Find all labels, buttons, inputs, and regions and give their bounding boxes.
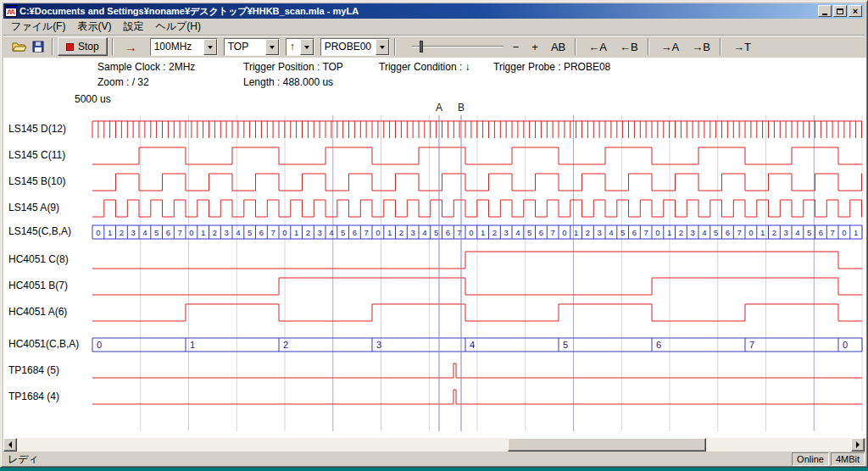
stop-button[interactable]: Stop bbox=[58, 37, 108, 56]
goto-a-right-button[interactable]: →A bbox=[656, 40, 685, 54]
zoom-slider[interactable] bbox=[410, 38, 505, 55]
save-button[interactable] bbox=[29, 38, 47, 55]
bus-value: 2 bbox=[772, 228, 776, 237]
open-file-button[interactable] bbox=[10, 38, 29, 55]
minimize-button[interactable] bbox=[818, 5, 832, 17]
zoom-in-button[interactable]: + bbox=[526, 40, 543, 54]
channel-label-ls145-b-10: LS145 B(10) bbox=[8, 175, 91, 187]
bus-value: 2 bbox=[399, 228, 403, 237]
info-sample-clock: Sample Clock : 2MHz bbox=[97, 61, 195, 73]
chevron-down-icon[interactable] bbox=[300, 39, 314, 55]
bus-value: 7 bbox=[364, 228, 368, 237]
menu-file[interactable]: ファイル(F) bbox=[5, 18, 71, 36]
bus-value: 1 bbox=[574, 228, 578, 237]
goto-trigger-button[interactable]: →T bbox=[728, 40, 756, 54]
bus-value: 0 bbox=[655, 228, 659, 237]
bus-value: 1 bbox=[190, 340, 195, 350]
zoom-out-button[interactable]: − bbox=[508, 40, 525, 54]
info-trigger-condition: Trigger Condition : ↓ bbox=[379, 61, 470, 73]
sample-clock-select[interactable]: 100MHz bbox=[150, 38, 218, 56]
info-trigger-probe: Trigger Probe : PROBE08 bbox=[493, 61, 610, 73]
bus-value: 6 bbox=[632, 228, 637, 237]
slider-thumb[interactable] bbox=[420, 41, 423, 53]
chevron-down-icon[interactable] bbox=[203, 39, 217, 55]
bus-value: 4 bbox=[142, 228, 147, 237]
bus-value: 0 bbox=[843, 340, 848, 350]
stop-label: Stop bbox=[78, 41, 99, 53]
stop-icon bbox=[66, 43, 74, 51]
horizontal-scrollbar[interactable] bbox=[3, 438, 865, 452]
bus-value: 7 bbox=[643, 228, 648, 237]
menu-view[interactable]: 表示(V) bbox=[71, 18, 117, 36]
bus-value: 4 bbox=[609, 228, 613, 237]
chevron-down-icon[interactable] bbox=[265, 39, 279, 55]
bus-value: 2 bbox=[213, 228, 217, 237]
goto-b-left-button[interactable]: ←B bbox=[615, 40, 643, 54]
info-trigger-position: Trigger Position : TOP bbox=[243, 61, 343, 73]
bus-value: 6 bbox=[259, 228, 264, 237]
bus-value: 3 bbox=[131, 228, 135, 237]
title-bar[interactable]: C:¥Documents and Settings¥noname¥デスクトップ¥… bbox=[3, 3, 865, 19]
bus-value: 6 bbox=[446, 228, 450, 237]
close-icon: × bbox=[853, 7, 858, 15]
info-zoom: Zoom : / 32 bbox=[97, 76, 149, 88]
scroll-track[interactable] bbox=[17, 438, 851, 452]
bus-value: 6 bbox=[726, 228, 730, 237]
channel-label-ls145-c-11: LS145 C(11) bbox=[8, 149, 91, 161]
bus-value: 5 bbox=[341, 228, 345, 237]
chevron-down-icon[interactable] bbox=[376, 39, 389, 55]
channel-label-tp1684-5: TP1684 (5) bbox=[8, 364, 91, 376]
cursor-label-a: A bbox=[436, 102, 442, 114]
goto-b-right-button[interactable]: →B bbox=[687, 40, 715, 54]
trigger-edge-select[interactable]: ↑ bbox=[286, 38, 314, 56]
bus-value: 0 bbox=[282, 228, 287, 237]
arrow-left-icon bbox=[5, 441, 12, 448]
bus-value: 1 bbox=[294, 228, 298, 237]
bus-value: 5 bbox=[434, 228, 438, 237]
maximize-button[interactable] bbox=[833, 5, 847, 17]
waveform-canvas[interactable]: 0123456701234567012345670123456701234567… bbox=[3, 58, 866, 438]
single-run-button[interactable]: → bbox=[118, 40, 144, 54]
maximize-icon bbox=[837, 8, 843, 14]
channel-label-hc4051-a-6: HC4051 A(6) bbox=[8, 306, 91, 318]
channel-label-hc4051-c-8: HC4051 C(8) bbox=[8, 253, 91, 265]
menu-settings[interactable]: 設定 bbox=[117, 18, 149, 36]
toolbar-separator bbox=[648, 38, 649, 55]
waveform-ls145-d-12 bbox=[92, 121, 862, 138]
trigger-position-select[interactable]: TOP bbox=[224, 38, 280, 56]
status-online: Online bbox=[792, 452, 829, 466]
status-memory: 4MBit bbox=[831, 452, 865, 466]
info-length: Length : 488.000 us bbox=[243, 76, 333, 88]
bus-value: 5 bbox=[563, 340, 568, 350]
scroll-thumb[interactable] bbox=[508, 438, 706, 452]
arrow-right-icon bbox=[856, 441, 863, 448]
trigger-position-value: TOP bbox=[225, 41, 265, 53]
goto-a-left-button[interactable]: ←A bbox=[583, 40, 612, 54]
bus-value: 5 bbox=[714, 228, 718, 237]
bus-value: 4 bbox=[422, 228, 426, 237]
menu-help[interactable]: ヘルプ(H) bbox=[149, 18, 207, 36]
bus-value: 7 bbox=[270, 228, 275, 237]
timescale-label: 5000 us bbox=[75, 93, 111, 105]
sample-clock-value: 100MHz bbox=[151, 41, 203, 53]
ab-cursors-button[interactable]: AB bbox=[546, 40, 570, 54]
bus-value: 6 bbox=[656, 340, 661, 350]
desktop: C:¥Documents and Settings¥noname¥デスクトップ¥… bbox=[0, 0, 868, 471]
scroll-left-button[interactable] bbox=[3, 438, 17, 452]
bus-value: 1 bbox=[854, 228, 858, 237]
bus-value: 4 bbox=[702, 228, 706, 237]
status-ready: レディ bbox=[3, 452, 790, 467]
bus-value: 7 bbox=[177, 228, 181, 237]
close-button[interactable]: × bbox=[849, 5, 862, 17]
waveform-pane: 0123456701234567012345670123456701234567… bbox=[3, 58, 866, 438]
bus-value: 3 bbox=[224, 228, 228, 237]
bus-value: 1 bbox=[481, 228, 485, 237]
trigger-probe-select[interactable]: PROBE00 bbox=[320, 38, 390, 56]
scroll-right-button[interactable] bbox=[851, 438, 865, 452]
bus-value: 6 bbox=[819, 228, 823, 237]
bus-value: 0 bbox=[189, 228, 193, 237]
bus-value: 6 bbox=[539, 228, 543, 237]
bus-value: 7 bbox=[550, 228, 554, 237]
bus-value: 4 bbox=[515, 228, 520, 237]
toolbar: Stop → 100MHz TOP ↑ PROBE00 − + AB ←A ←B bbox=[3, 35, 865, 58]
